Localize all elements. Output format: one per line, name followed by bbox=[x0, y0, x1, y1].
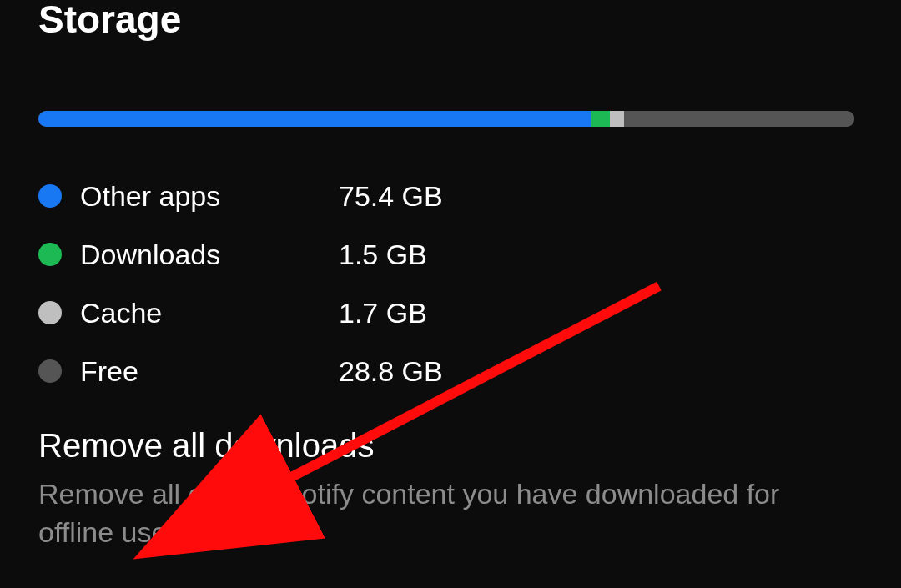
legend-label: Other apps bbox=[80, 180, 339, 213]
section-title: Storage bbox=[38, 0, 181, 42]
legend-dot-icon bbox=[38, 243, 62, 266]
legend-value: 75.4 GB bbox=[339, 180, 443, 213]
legend-row: Cache1.7 GB bbox=[38, 284, 854, 342]
legend-value: 1.5 GB bbox=[339, 239, 427, 271]
legend-value: 1.7 GB bbox=[339, 297, 427, 329]
legend-label: Cache bbox=[80, 297, 339, 329]
storage-bar-seg-free bbox=[624, 111, 854, 127]
remove-all-title: Remove all downloads bbox=[38, 425, 854, 465]
legend-row: Free28.8 GB bbox=[38, 342, 854, 400]
storage-bar bbox=[38, 111, 854, 127]
storage-legend: Other apps75.4 GBDownloads1.5 GBCache1.7… bbox=[38, 167, 854, 400]
legend-label: Free bbox=[80, 355, 339, 388]
storage-bar-seg-other bbox=[38, 111, 591, 127]
remove-all-subtitle: Remove all of the Spotify content you ha… bbox=[38, 475, 854, 552]
remove-all-downloads[interactable]: Remove all downloads Remove all of the S… bbox=[38, 425, 854, 552]
legend-dot-icon bbox=[38, 184, 62, 208]
legend-row: Downloads1.5 GB bbox=[38, 225, 854, 284]
legend-dot-icon bbox=[38, 301, 62, 324]
legend-dot-icon bbox=[38, 359, 62, 383]
storage-bar-seg-cache bbox=[610, 111, 625, 127]
legend-value: 28.8 GB bbox=[339, 355, 443, 388]
legend-label: Downloads bbox=[80, 239, 339, 271]
legend-row: Other apps75.4 GB bbox=[38, 167, 854, 225]
storage-bar-seg-downloads bbox=[591, 111, 610, 127]
